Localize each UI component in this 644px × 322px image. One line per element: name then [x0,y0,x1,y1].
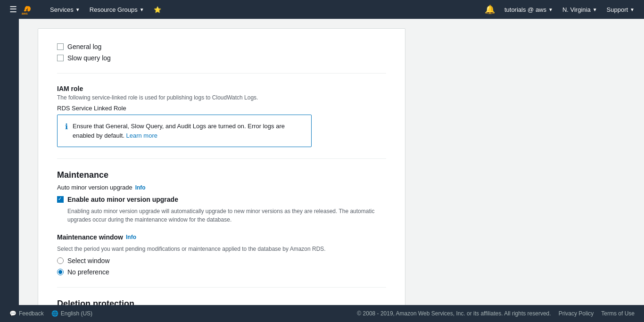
resource-groups-caret: ▼ [140,7,144,12]
learn-more-link[interactable]: Learn more [126,132,157,139]
maintenance-window-row: Maintenance window Info [57,233,386,241]
star-icon: ⭐ [154,6,161,13]
iam-info-box: ℹ Ensure that General, Slow Query, and A… [57,115,312,147]
iam-field-label: RDS Service Linked Role [57,105,386,112]
sidebar [0,19,19,322]
enable-auto-minor-checkbox[interactable] [57,196,64,203]
select-window-radio-row: Select window [57,257,386,264]
no-preference-radio-row: No preference [57,268,386,276]
chat-icon: 💬 [9,310,17,317]
divider-1 [57,73,386,74]
user-menu[interactable]: tutorials @ aws ▼ [500,0,558,19]
enable-auto-minor-description: Enabling auto minor version upgrade will… [67,207,386,224]
auto-minor-row: Auto minor version upgrade Info [57,184,386,191]
support-menu[interactable]: Support ▼ [602,0,639,19]
slow-query-log-row: Slow query log [57,54,386,62]
divider-3 [57,287,386,288]
services-nav[interactable]: Services ▼ [45,0,85,19]
maintenance-title: Maintenance [57,170,386,180]
notifications-bell[interactable]: 🔔 [480,4,500,15]
auto-minor-info-link[interactable]: Info [135,184,146,191]
resource-groups-nav[interactable]: Resource Groups ▼ [85,0,149,19]
general-log-checkbox[interactable] [57,43,64,50]
globe-icon: 🌐 [51,310,58,317]
select-window-label: Select window [67,257,110,264]
main-card: General log Slow query log IAM role The … [38,28,405,322]
maintenance-window-radio-group: Select window No preference [57,257,386,276]
maintenance-section: Maintenance Auto minor version upgrade I… [57,170,386,276]
aws-logo: aws [22,3,41,16]
user-caret: ▼ [548,7,553,12]
enable-auto-minor-label: Enable auto minor version upgrade [67,196,178,203]
no-preference-label: No preference [67,268,109,276]
info-circle-icon: ℹ [65,122,68,131]
feedback-button[interactable]: 💬 Feedback [9,310,44,317]
select-window-radio[interactable] [57,257,64,264]
footer-right: © 2008 - 2019, Amazon Web Services, Inc.… [357,310,635,317]
footer: 💬 Feedback 🌐 English (US) © 2008 - 2019,… [0,305,644,322]
log-section: General log Slow query log [57,43,386,62]
general-log-row: General log [57,43,386,50]
divider-2 [57,158,386,159]
iam-title: IAM role [57,85,386,92]
hamburger-button[interactable]: ☰ [5,4,22,15]
slow-query-log-label: Slow query log [67,54,111,62]
maintenance-window-section: Maintenance window Info Select the perio… [57,233,386,276]
bookmarks-nav[interactable]: ⭐ [149,0,166,19]
iam-info-text: Ensure that General, Slow Query, and Aud… [73,122,304,140]
slow-query-log-checkbox[interactable] [57,55,64,61]
region-menu[interactable]: N. Virginia ▼ [558,0,602,19]
auto-minor-label: Auto minor version upgrade [57,184,132,191]
services-caret: ▼ [75,7,80,12]
region-caret: ▼ [593,7,597,12]
top-navigation: ☰ aws Services ▼ Resource Groups ▼ ⭐ 🔔 t… [0,0,644,19]
maintenance-window-description: Select the period you want pending modif… [57,246,386,252]
maintenance-window-info-link[interactable]: Info [126,234,136,240]
language-selector[interactable]: 🌐 English (US) [51,310,92,317]
privacy-policy-link[interactable]: Privacy Policy [559,310,594,317]
general-log-label: General log [67,43,101,50]
iam-description: The following service-linked role is use… [57,94,386,101]
footer-left: 💬 Feedback 🌐 English (US) [9,310,92,317]
iam-section: IAM role The following service-linked ro… [57,85,386,147]
maintenance-window-label: Maintenance window [57,233,123,241]
terms-of-use-link[interactable]: Terms of Use [601,310,635,317]
no-preference-radio[interactable] [57,269,64,275]
enable-auto-minor-row: Enable auto minor version upgrade [57,196,386,203]
svg-text:aws: aws [22,12,28,15]
support-caret: ▼ [630,7,635,12]
content-area: General log Slow query log IAM role The … [19,19,644,322]
copyright-text: © 2008 - 2019, Amazon Web Services, Inc.… [357,310,551,317]
